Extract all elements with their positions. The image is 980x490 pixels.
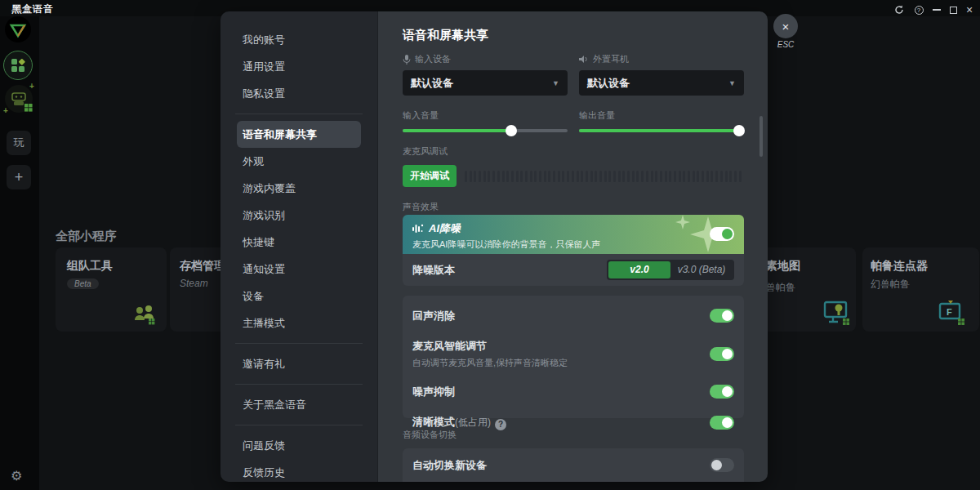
settings-menu: 我的账号通用设置隐私设置语音和屏幕共享外观游戏内覆盖游戏识别快捷键通知设置设备主… (220, 11, 377, 482)
menu-item[interactable]: 隐私设置 (220, 80, 377, 107)
slider-knob[interactable] (733, 125, 745, 136)
effect-row: 清晰模式(低占用)? (412, 407, 734, 438)
card-clicker[interactable]: 帕鲁连点器 幻兽帕鲁 F (862, 247, 979, 332)
effect-row: 噪声抑制 (412, 376, 734, 407)
menu-item[interactable]: 游戏识别 (220, 202, 377, 229)
minimize-icon[interactable] (931, 4, 942, 16)
denoise-version-row: 降噪版本 v2.0v3.0 (Beta) (403, 254, 744, 286)
menu-item[interactable]: 问题反馈 (220, 432, 377, 459)
close-modal-button[interactable]: × (773, 14, 798, 38)
ai-denoise-subtitle: 麦克风AI降噪可以消除你的背景音，只保留人声 (412, 238, 734, 251)
menu-item[interactable]: 语音和屏幕共享 (237, 121, 361, 148)
menu-item[interactable]: 关于黑盒语音 (220, 391, 377, 418)
output-device-label: 外置耳机 (579, 53, 629, 65)
panel-title: 语音和屏幕共享 (403, 28, 488, 43)
app-title: 黑盒语音 (11, 2, 54, 16)
sparkle-icon: + (3, 106, 8, 115)
maximize-icon[interactable] (947, 4, 959, 16)
left-rail: + + 玩 + ⚙ (0, 0, 39, 490)
toggle[interactable] (710, 347, 734, 361)
card-subtitle: 幻兽帕鲁 (871, 278, 979, 292)
team-icon (132, 302, 157, 325)
soundwave-icon (412, 224, 424, 234)
menu-item[interactable]: 通知设置 (220, 256, 377, 283)
settings-gear-icon[interactable]: ⚙ (11, 468, 22, 483)
mic-icon (403, 55, 411, 65)
slider-knob[interactable] (506, 125, 517, 136)
toggle[interactable] (710, 416, 734, 430)
svg-text:F: F (947, 307, 952, 317)
close-window-icon[interactable]: × (964, 4, 975, 16)
menu-item[interactable]: 设备 (220, 283, 377, 310)
auto-switch-row: 自动切换新设备 (403, 448, 744, 482)
menu-item[interactable]: 通用设置 (220, 53, 377, 80)
sparkle-icon: + (29, 82, 34, 91)
chevron-down-icon: ▼ (552, 79, 559, 87)
start-test-button[interactable]: 开始调试 (403, 165, 457, 187)
speaker-icon (579, 55, 589, 64)
audio-switch-label: 音频设备切换 (403, 429, 457, 441)
mini-programs-icon[interactable] (3, 51, 33, 80)
clicker-monitor-icon: F (938, 301, 966, 325)
beta-badge: Beta (67, 278, 99, 289)
windows-icon (24, 104, 33, 112)
menu-item[interactable]: 我的账号 (220, 26, 377, 53)
play-button[interactable]: 玩 (7, 131, 31, 155)
mini-programs-heading: 全部小程序 (56, 229, 117, 244)
card-title: 素地图 (766, 259, 800, 274)
version-option[interactable]: v2.0 (608, 261, 670, 278)
app-window: 黑盒语音 ? × (0, 0, 980, 490)
version-option[interactable]: v3.0 (Beta) (670, 261, 733, 278)
effects-toggle-list: 回声消除麦克风智能调节自动调节麦克风音量,保持声音清晰稳定噪声抑制清晰模式(低占… (403, 296, 744, 418)
mic-test-label: 麦克风调试 (403, 145, 448, 158)
help-titlebar-icon[interactable]: ? (913, 4, 924, 16)
card-title: 帕鲁连点器 (871, 259, 979, 274)
output-volume-slider[interactable] (579, 125, 744, 136)
card-title: 组队工具 (67, 259, 167, 274)
menu-item[interactable]: 邀请有礼 (220, 350, 377, 377)
ai-denoise-title: AI降噪 (429, 221, 461, 236)
input-volume-label: 输入音量 (403, 109, 439, 122)
chevron-down-icon: ▼ (728, 79, 736, 87)
sound-effects-label: 声音效果 (403, 201, 439, 213)
output-volume-label: 输出音量 (579, 109, 615, 122)
help-icon[interactable]: ? (495, 419, 506, 430)
toggle[interactable] (710, 385, 734, 399)
menu-item[interactable]: 主播模式 (220, 310, 377, 336)
output-device-select[interactable]: 默认设备▼ (579, 70, 744, 96)
input-device-select[interactable]: 默认设备▼ (403, 70, 568, 96)
card-subtitle: 兽帕鲁 (766, 281, 795, 295)
add-button[interactable]: + (7, 165, 31, 189)
scrollbar-thumb[interactable] (760, 116, 763, 157)
input-device-label: 输入设备 (403, 53, 451, 65)
settings-content: 语音和屏幕共享 输入设备 外置耳机 默认设备▼ 默认设备▼ 输入音量 输出音量 (377, 11, 768, 482)
menu-item[interactable]: 游戏内覆盖 (220, 175, 377, 202)
settings-modal: 我的账号通用设置隐私设置语音和屏幕共享外观游戏内覆盖游戏识别快捷键通知设置设备主… (220, 11, 768, 482)
ai-denoise-card: AI降噪 麦克风AI降噪可以消除你的背景音，只保留人声 降噪版本 v2.0v3.… (403, 215, 744, 286)
effect-row: 回声消除 (412, 301, 734, 331)
app-logo-icon[interactable] (5, 16, 31, 42)
map-monitor-icon (823, 301, 851, 325)
esc-label: ESC (773, 40, 798, 49)
mic-level-meter (465, 165, 744, 187)
auto-switch-toggle[interactable] (710, 458, 734, 472)
input-volume-slider[interactable] (403, 125, 568, 136)
card-team-tool[interactable]: 组队工具 Beta (56, 247, 167, 332)
menu-item[interactable]: 反馈历史 (220, 459, 377, 482)
auto-switch-label: 自动切换新设备 (412, 458, 487, 473)
denoise-version-label: 降噪版本 (412, 263, 455, 278)
refresh-icon[interactable] (893, 4, 905, 16)
ai-denoise-toggle[interactable] (710, 227, 734, 241)
menu-item[interactable]: 快捷键 (220, 229, 377, 256)
toggle[interactable] (710, 309, 734, 323)
effect-row: 麦克风智能调节自动调节麦克风音量,保持声音清晰稳定 (412, 331, 734, 376)
menu-item[interactable]: 外观 (220, 148, 377, 175)
denoise-version-segment: v2.0v3.0 (Beta) (607, 260, 734, 280)
ai-denoise-banner: AI降噪 麦克风AI降噪可以消除你的背景音，只保留人声 (403, 215, 744, 254)
